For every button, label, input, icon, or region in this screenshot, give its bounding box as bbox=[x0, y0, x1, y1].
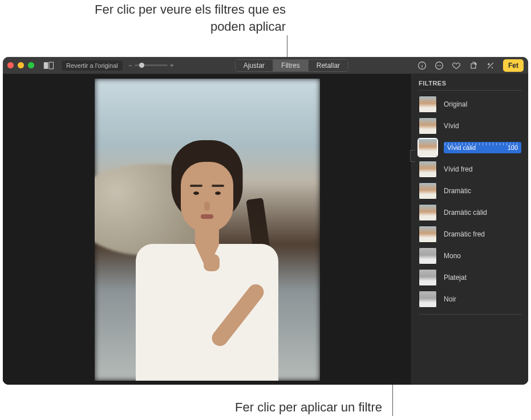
bracket-top-h2 bbox=[410, 161, 415, 162]
filter-item[interactable]: Noir bbox=[419, 290, 521, 308]
svg-point-8 bbox=[440, 65, 441, 66]
filter-label: Dramàtic càlid bbox=[444, 209, 487, 217]
filter-thumbnail bbox=[419, 117, 437, 134]
filter-item[interactable]: Platejat bbox=[419, 268, 521, 287]
compare-icon bbox=[43, 62, 55, 70]
compare-view-toggle[interactable] bbox=[43, 62, 55, 70]
filter-label: Noir bbox=[444, 295, 456, 303]
auto-enhance-icon[interactable] bbox=[486, 61, 495, 70]
zoom-slider[interactable]: − + bbox=[128, 62, 174, 70]
svg-rect-1 bbox=[49, 62, 54, 69]
filter-intensity-slider[interactable]: Vívid càlid100 bbox=[444, 138, 521, 157]
toolbar: Revertir a l'original − + Ajustar Filtre… bbox=[3, 57, 528, 74]
info-icon[interactable] bbox=[417, 61, 427, 70]
filter-label: Vívid bbox=[444, 122, 459, 130]
editor-body: FILTRES OriginalVívidVívid càlid100Vívid… bbox=[3, 74, 528, 385]
edit-mode-segmented: Ajustar Filtres Retallar bbox=[235, 59, 348, 72]
close-window-button[interactable] bbox=[7, 62, 14, 68]
filter-thumbnail bbox=[419, 226, 437, 243]
filter-label: Platejat bbox=[444, 274, 467, 282]
filter-item[interactable]: Vívid fred bbox=[419, 160, 521, 178]
favorite-icon[interactable] bbox=[452, 61, 461, 70]
minimize-window-button[interactable] bbox=[18, 62, 24, 68]
filter-item[interactable]: Vívid càlid100 bbox=[419, 138, 521, 157]
zoom-plus-icon: + bbox=[170, 62, 174, 70]
filter-item[interactable]: Dramàtic càlid bbox=[419, 203, 521, 222]
filter-thumbnail bbox=[419, 291, 437, 308]
filter-item[interactable]: Mono bbox=[419, 247, 521, 265]
filter-label: Mono bbox=[444, 252, 461, 260]
svg-point-6 bbox=[437, 65, 438, 66]
callout-top-line-v bbox=[287, 35, 287, 60]
app-window: Revertir a l'original − + Ajustar Filtre… bbox=[3, 57, 528, 385]
tab-filters[interactable]: Filtres bbox=[273, 60, 309, 71]
filter-item[interactable]: Original bbox=[419, 95, 521, 113]
callout-tab-line bbox=[287, 35, 287, 36]
callout-bottom: Fer clic per aplicar un filtre bbox=[177, 399, 382, 416]
done-button[interactable]: Fet bbox=[503, 59, 524, 72]
maximize-window-button[interactable] bbox=[28, 62, 34, 68]
zoom-thumb[interactable] bbox=[139, 63, 144, 68]
tab-adjust[interactable]: Ajustar bbox=[236, 60, 273, 71]
filter-label: Original bbox=[444, 100, 467, 108]
filter-thumbnail bbox=[419, 182, 437, 199]
rotate-icon[interactable] bbox=[469, 61, 478, 70]
callout-top: Fer clic per veure els filtres que es po… bbox=[58, 1, 286, 35]
window-controls bbox=[7, 62, 34, 68]
bracket-top-v bbox=[410, 150, 411, 161]
bracket-top-h bbox=[410, 150, 415, 150]
tab-crop[interactable]: Retallar bbox=[309, 60, 348, 71]
filter-thumbnail bbox=[419, 247, 437, 264]
svg-point-4 bbox=[422, 63, 423, 64]
filter-item[interactable]: Dramàtic fred bbox=[419, 225, 521, 243]
toolbar-right-icons: Fet bbox=[417, 59, 524, 72]
svg-point-7 bbox=[439, 65, 440, 66]
revert-button[interactable]: Revertir a l'original bbox=[62, 60, 123, 71]
svg-rect-0 bbox=[44, 62, 48, 69]
svg-rect-9 bbox=[471, 63, 476, 68]
filter-thumbnail bbox=[419, 96, 437, 113]
filter-label: Vívid fred bbox=[444, 165, 473, 173]
filter-label: Dramàtic fred bbox=[444, 230, 485, 238]
filters-sidebar: FILTRES OriginalVívidVívid càlid100Vívid… bbox=[411, 74, 528, 385]
photo-canvas[interactable] bbox=[3, 74, 411, 385]
filter-label: Dramàtic bbox=[444, 187, 471, 195]
edited-photo bbox=[95, 79, 320, 381]
filter-thumbnail bbox=[419, 161, 437, 178]
filter-item[interactable]: Vívid bbox=[419, 117, 521, 135]
more-icon[interactable] bbox=[435, 61, 444, 70]
filter-thumbnail bbox=[419, 269, 437, 286]
filter-thumbnail bbox=[419, 139, 437, 156]
filter-item[interactable]: Dramàtic bbox=[419, 182, 521, 200]
filter-list: OriginalVívidVívid càlid100Vívid fredDra… bbox=[419, 95, 521, 315]
zoom-track[interactable] bbox=[135, 64, 168, 66]
filters-title: FILTRES bbox=[419, 80, 521, 91]
filter-thumbnail bbox=[419, 204, 437, 221]
zoom-minus-icon: − bbox=[128, 62, 132, 70]
